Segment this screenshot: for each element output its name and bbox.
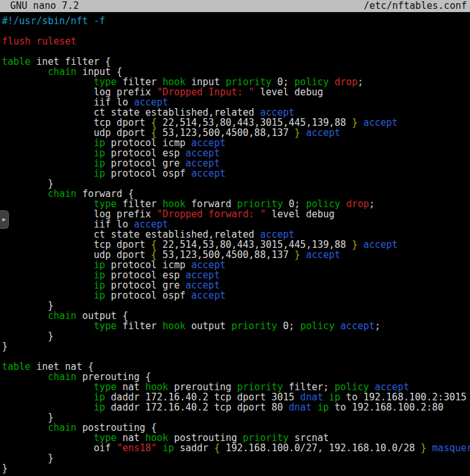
code-line: flush ruleset (2, 36, 470, 46)
code-line (2, 46, 470, 57)
code-line: } (2, 453, 470, 463)
code-line: ip protocol esp accept (2, 270, 470, 280)
code-line: ip daddr 172.16.40.2 tcp dport 3015 dnat… (2, 392, 470, 402)
code-line: } (2, 331, 470, 341)
code-line: table inet nat { (2, 362, 470, 372)
code-line: udp dport { 53,123,500,4500,88,137 } acc… (2, 128, 470, 138)
side-panel-toggle[interactable]: ▶ (0, 210, 9, 229)
code-line (2, 351, 470, 362)
editor-area[interactable]: #!/usr/sbin/nft -f flush ruleset table i… (0, 12, 470, 473)
code-line: ip protocol icmp accept (2, 138, 470, 148)
code-line: chain output { (2, 311, 470, 321)
code-line: ip protocol ospf accept (2, 290, 470, 301)
code-line: ip protocol icmp accept (2, 260, 470, 270)
code-line: ip protocol gre accept (2, 280, 470, 290)
code-line: tcp dport { 22,514,53,80,443,3015,445,13… (2, 118, 470, 128)
code-line: ip protocol gre accept (2, 158, 470, 168)
code-line: udp dport { 53,123,500,4500,88,137 } acc… (2, 250, 470, 260)
code-line: } (2, 463, 470, 473)
code-line: } (2, 412, 470, 423)
code-line: } (2, 179, 470, 189)
chevron-right-icon: ▶ (3, 217, 6, 222)
code-line: iif lo accept (2, 219, 470, 229)
code-line: table inet filter { (2, 57, 470, 67)
code-line: type filter hook input priority 0; polic… (2, 77, 470, 87)
code-line: iif lo accept (2, 97, 470, 107)
file-path: /etc/nftables.conf (363, 0, 467, 12)
code-line: } (2, 341, 470, 351)
code-line: ip protocol ospf accept (2, 168, 470, 179)
code-line: chain input { (2, 67, 470, 77)
code-line: #!/usr/sbin/nft -f (2, 16, 470, 26)
code-line: oif "ens18" ip saddr { 192.168.100.0/27,… (2, 443, 470, 453)
code-line: type filter hook forward priority 0; pol… (2, 199, 470, 209)
code-line: chain postrouting { (2, 423, 470, 433)
terminal-window: GNU nano 7.2 /etc/nftables.conf #!/usr/s… (0, 0, 470, 473)
nano-version: GNU nano 7.2 (10, 0, 79, 12)
code-line: type nat hook prerouting priority filter… (2, 382, 470, 392)
code-line: type nat hook postrouting priority srcna… (2, 433, 470, 443)
code-line: tcp dport { 22,514,53,80,443,3015,445,13… (2, 240, 470, 250)
code-line: type filter hook output priority 0; poli… (2, 321, 470, 331)
code-line: } (2, 301, 470, 311)
code-line: ct state established,related accept (2, 229, 470, 240)
code-line: chain prerouting { (2, 372, 470, 382)
code-line: chain forward { (2, 189, 470, 199)
code-line: ct state established,related accept (2, 107, 470, 118)
code-line (2, 26, 470, 36)
code-line: ip protocol esp accept (2, 148, 470, 158)
code-line: log prefix "Dropped Input: " level debug (2, 87, 470, 97)
editor-lines: #!/usr/sbin/nft -f flush ruleset table i… (2, 16, 470, 473)
nano-titlebar: GNU nano 7.2 /etc/nftables.conf (0, 0, 470, 12)
code-line: log prefix "Dropped forward: " level deb… (2, 209, 470, 219)
code-line: ip daddr 172.16.40.2 tcp dport 80 dnat i… (2, 402, 470, 412)
